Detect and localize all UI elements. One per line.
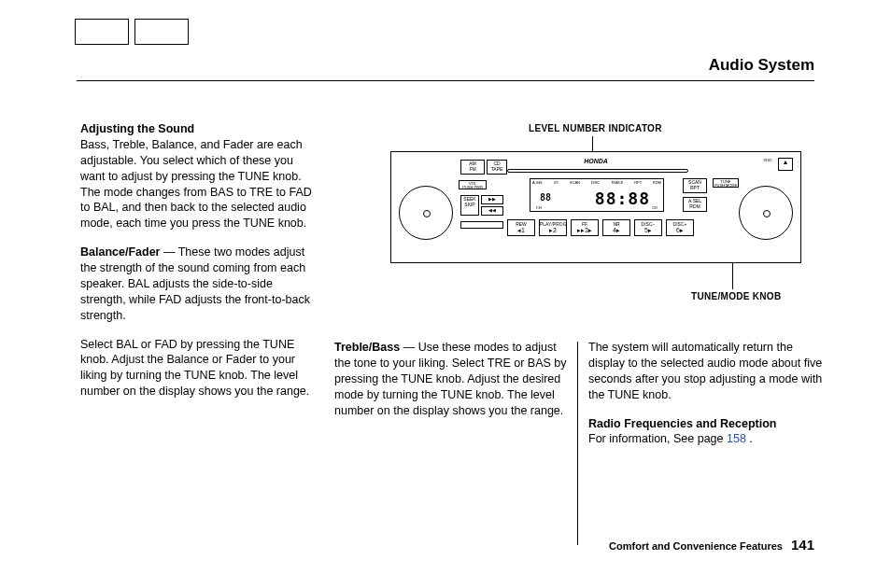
preset-1: REW◂1 — [507, 219, 535, 236]
header-nav-boxes — [75, 19, 189, 45]
column-divider — [577, 342, 578, 545]
column-2: Treble/Bass — Use these modes to adjust … — [334, 340, 570, 431]
preset-row: REW◂1 PLAY/PROG▸2 FF▸▸3▸ NR4▸ DISC−5▸ DI… — [507, 219, 694, 236]
lcd-top-indicators: A.SELSTSCANDISCTRACKRPTRDM — [532, 180, 661, 185]
vol-pwr-label: VOLPUSH PWR — [459, 180, 487, 189]
column-3: The system will automatically return the… — [588, 340, 824, 460]
seek-back-button: ◀◀ — [481, 206, 503, 216]
knob-pointer-line — [732, 263, 733, 289]
heading-adjusting-sound: Adjusting the Sound — [80, 122, 194, 135]
page-footer: Comfort and Convenience Features 141 — [609, 537, 814, 553]
compact-disc-label — [460, 221, 503, 229]
tune-knob-label: TUNE/MODE KNOB — [691, 291, 781, 301]
page-title: Audio System — [709, 56, 814, 75]
preset-2: PLAY/PROG▸2 — [539, 219, 567, 236]
seek-forward-button: ▶▶ — [481, 195, 503, 204]
nav-box-1[interactable] — [75, 19, 129, 45]
lcd-small-digits: 88 — [540, 192, 551, 203]
lcd-display: A.SELSTSCANDISCTRACKRPTRDM 88 88:88 CH C… — [530, 178, 664, 212]
brand-label: HONDA — [584, 158, 608, 164]
lcd-ch-label: CH — [536, 205, 542, 210]
heading-radio-freq: Radio Frequencies and Reception — [588, 417, 776, 430]
eject-button: ▲ — [778, 158, 793, 171]
page-link-158[interactable]: 158 — [727, 432, 746, 445]
lcd-main-digits: 88:88 — [595, 189, 650, 208]
para-select-bal-fad: Select BAL or FAD by pressing the TUNE k… — [80, 338, 309, 399]
footer-page-number: 141 — [791, 537, 814, 553]
para-radio-freq-a: For information, See page — [588, 432, 727, 445]
am-fm-button: AMFM — [460, 160, 485, 175]
radio-figure: LEVEL NUMBER INDICATOR HONDA DISC ▲ AMFM… — [334, 116, 835, 321]
preset-5: DISC−5▸ — [634, 219, 662, 236]
tune-mode-label: TUNEPUSH MODE — [713, 178, 739, 188]
radio-unit: HONDA DISC ▲ AMFM CDTAPE VOLPUSH PWR SEE… — [390, 151, 801, 263]
preset-4: NR4▸ — [602, 219, 630, 236]
volume-knob — [399, 186, 453, 240]
heading-balance-fader: Balance/Fader — [80, 245, 160, 259]
disc-label: DISC — [763, 158, 772, 162]
preset-6: DISC+6▸ — [666, 219, 694, 236]
preset-3: FF▸▸3▸ — [571, 219, 599, 236]
nav-box-2[interactable] — [134, 19, 189, 45]
para-auto-return: The system will automatically return the… — [588, 341, 822, 401]
seek-skip-button: SEEKSKIP — [460, 195, 479, 216]
tune-mode-knob — [739, 186, 793, 240]
scan-rpt-button: SCANRPT — [683, 178, 707, 193]
cd-tape-button: CDTAPE — [487, 160, 507, 175]
column-1: Adjusting the Sound Bass, Treble, Balanc… — [80, 121, 316, 413]
title-divider — [77, 80, 814, 81]
lcd-cd-label: CD — [652, 205, 658, 210]
para-adjusting-sound: Bass, Treble, Balance, and Fader are eac… — [80, 138, 312, 230]
tape-slot — [507, 169, 688, 173]
level-indicator-label: LEVEL NUMBER INDICATOR — [529, 123, 662, 133]
footer-section: Comfort and Convenience Features — [609, 540, 783, 552]
heading-treble-bass: Treble/Bass — [334, 341, 400, 354]
asel-rdm-button: A.SELRDM — [683, 197, 707, 212]
para-radio-freq-b: . — [746, 432, 753, 445]
